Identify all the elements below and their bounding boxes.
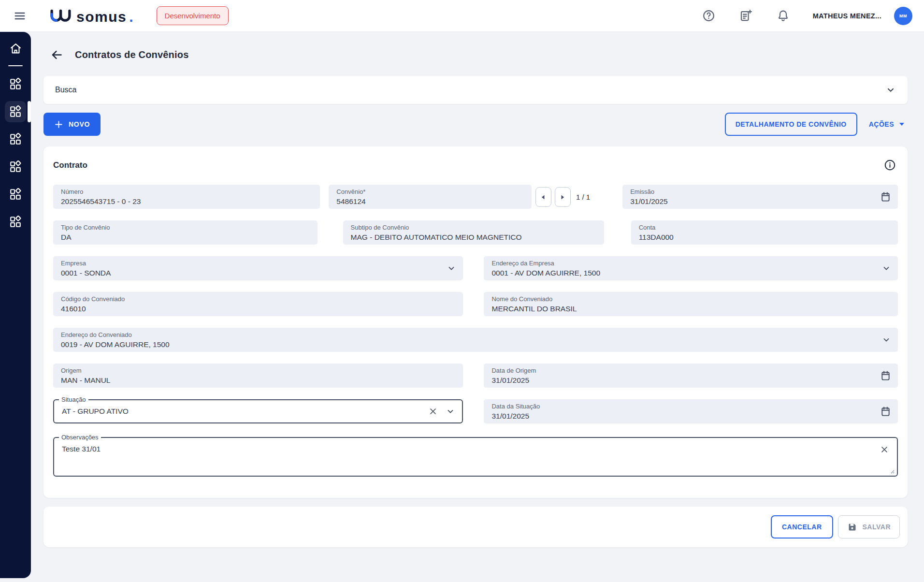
field-value: 31/01/2025 xyxy=(491,376,890,385)
chevron-down-icon[interactable] xyxy=(447,263,456,273)
save-button: SALVAR xyxy=(838,515,900,538)
field-label: Código do Conveniado xyxy=(61,295,455,303)
calendar-icon[interactable] xyxy=(880,370,891,381)
user-avatar[interactable]: MM xyxy=(894,7,912,25)
header-actions: MATHEUS MENEZ... MM xyxy=(680,7,912,25)
sidebar-item-module-6[interactable] xyxy=(5,211,26,233)
back-arrow-icon[interactable] xyxy=(49,47,64,62)
detail-convenio-button[interactable]: DETALHAMENTO DE CONVÊNIO xyxy=(725,113,857,136)
form-row: Número 2025546543715 - 0 - 23 Convênio* … xyxy=(53,185,898,209)
field-label: Subtipo de Convênio xyxy=(351,224,596,231)
contract-card: Contrato Número 2025546543715 - 0 - 23 C… xyxy=(43,146,908,498)
field-value: MERCANTIL DO BRASIL xyxy=(491,305,890,313)
cancel-button[interactable]: CANCELAR xyxy=(771,515,833,538)
sidebar-item-module-4[interactable] xyxy=(5,156,26,177)
new-document-icon[interactable] xyxy=(737,7,754,24)
field-value: 31/01/2025 xyxy=(630,197,890,206)
codigo-conveniado-field: Código do Conveniado 416010 xyxy=(53,292,463,316)
chevron-down-icon[interactable] xyxy=(881,335,891,345)
apps-grid-icon xyxy=(9,78,22,90)
pager-count: 1 / 1 xyxy=(576,193,590,201)
triangle-down-icon xyxy=(899,122,905,126)
actions-menu-button[interactable]: AÇÕES xyxy=(866,117,908,131)
convenio-pager: 1 / 1 xyxy=(535,185,590,207)
environment-badge: Desenvolvimento xyxy=(157,6,229,25)
field-label: Tipo de Convênio xyxy=(61,224,310,231)
form-row: Endereço do Conveniado 0019 - AV DOM AGU… xyxy=(53,328,898,352)
calendar-icon[interactable] xyxy=(880,191,891,203)
field-value: MAN - MANUL xyxy=(61,376,455,385)
sidebar-divider xyxy=(8,65,23,66)
field-label: Data de Origem xyxy=(491,367,890,374)
field-label: Número xyxy=(61,188,312,195)
convenio-field: Convênio* 5486124 xyxy=(329,185,532,209)
calendar-icon[interactable] xyxy=(880,406,891,417)
save-button-label: SALVAR xyxy=(863,524,891,530)
field-label: Convênio* xyxy=(336,188,524,195)
field-value: AT - GRUPO ATIVO xyxy=(62,407,129,416)
tipo-convenio-field: Tipo de Convênio DA xyxy=(53,220,318,245)
nome-conveniado-field: Nome do Conveniado MERCANTIL DO BRASIL xyxy=(484,292,898,316)
field-label: Nome do Conveniado xyxy=(491,295,890,303)
numero-field: Número 2025546543715 - 0 - 23 xyxy=(53,185,320,209)
sidebar-item-module-5[interactable] xyxy=(5,184,26,205)
user-name: MATHEUS MENEZ... xyxy=(813,12,881,20)
app-header: somus . Desenvolvimento MATHEUS MENEZ. xyxy=(0,0,924,32)
endereco-conveniado-select[interactable]: Endereço do Conveniado 0019 - AV DOM AGU… xyxy=(53,328,898,352)
pager-next-button[interactable] xyxy=(555,187,571,207)
logo-wordmark: somus xyxy=(76,11,127,23)
page-title: Contratos de Convênios xyxy=(75,49,189,60)
sidebar-item-module-1[interactable] xyxy=(5,73,26,95)
sidebar-item-module-3[interactable] xyxy=(5,129,26,150)
form-row: Código do Conveniado 416010 Nome do Conv… xyxy=(53,292,898,316)
data-situacao-field: Data da Situação 31/01/2025 xyxy=(484,399,898,423)
clear-x-icon[interactable] xyxy=(880,445,889,454)
conta-field: Conta 113DA000 xyxy=(631,220,898,245)
form-row: Observações Teste 31/01 xyxy=(53,437,898,477)
empresa-select[interactable]: Empresa 0001 - SONDA xyxy=(53,256,463,280)
new-button[interactable]: NOVO xyxy=(43,113,101,136)
field-label: Observações xyxy=(59,434,101,441)
endereco-empresa-select[interactable]: Endereço da Empresa 0001 - AV DOM AGUIRR… xyxy=(484,256,898,280)
field-label: Situação xyxy=(59,396,88,403)
field-value: 113DA000 xyxy=(639,233,890,242)
field-label: Empresa xyxy=(61,260,455,267)
help-icon[interactable] xyxy=(700,7,717,24)
form-row: Situação AT - GRUPO ATIVO Data da Situaç… xyxy=(53,399,898,423)
pager-prev-button[interactable] xyxy=(535,187,551,207)
field-value: 31/01/2025 xyxy=(491,412,890,421)
sidebar-item-home[interactable] xyxy=(5,38,26,59)
apps-grid-icon xyxy=(9,133,22,146)
home-icon xyxy=(10,43,22,55)
resize-handle-icon[interactable] xyxy=(890,469,895,474)
field-value: 2025546543715 - 0 - 23 xyxy=(61,197,312,206)
field-value: 0001 - AV DOM AGUIRRE, 1500 xyxy=(491,269,890,277)
somus-logo: somus . xyxy=(49,9,133,23)
field-label: Origem xyxy=(61,367,455,374)
form-row: Empresa 0001 - SONDA Endereço da Empresa… xyxy=(53,256,898,280)
field-value: MAG - DEBITO AUTOMATICO MEIO MAGNETICO xyxy=(351,233,596,242)
field-value: 0001 - SONDA xyxy=(61,269,455,277)
field-label: Emissão xyxy=(630,188,890,195)
sidebar-item-module-2-active[interactable] xyxy=(5,101,26,122)
plus-icon xyxy=(54,120,63,129)
subtipo-convenio-field: Subtipo de Convênio MAG - DEBITO AUTOMAT… xyxy=(343,220,604,245)
situacao-select[interactable]: Situação AT - GRUPO ATIVO xyxy=(53,399,463,423)
field-label: Endereço da Empresa xyxy=(491,260,890,267)
search-panel-toggle[interactable]: Busca xyxy=(43,76,908,104)
active-indicator xyxy=(28,101,31,122)
apps-grid-icon xyxy=(9,160,22,173)
form-row: Tipo de Convênio DA Subtipo de Convênio … xyxy=(53,220,898,245)
chevron-down-icon xyxy=(885,85,896,95)
chevron-down-icon[interactable] xyxy=(446,407,455,416)
info-icon[interactable] xyxy=(883,158,897,172)
chevron-down-icon[interactable] xyxy=(881,263,891,273)
field-value: 416010 xyxy=(61,305,455,313)
form-footer: CANCELAR SALVAR xyxy=(43,507,908,547)
form-row: Origem MAN - MANUL Data de Origem 31/01/… xyxy=(53,364,898,388)
observacoes-textarea[interactable]: Observações Teste 31/01 xyxy=(53,437,898,477)
clear-x-icon[interactable] xyxy=(428,407,438,416)
avatar-initials: MM xyxy=(899,14,907,18)
menu-icon[interactable] xyxy=(12,8,28,24)
notifications-bell-icon[interactable] xyxy=(775,7,792,24)
